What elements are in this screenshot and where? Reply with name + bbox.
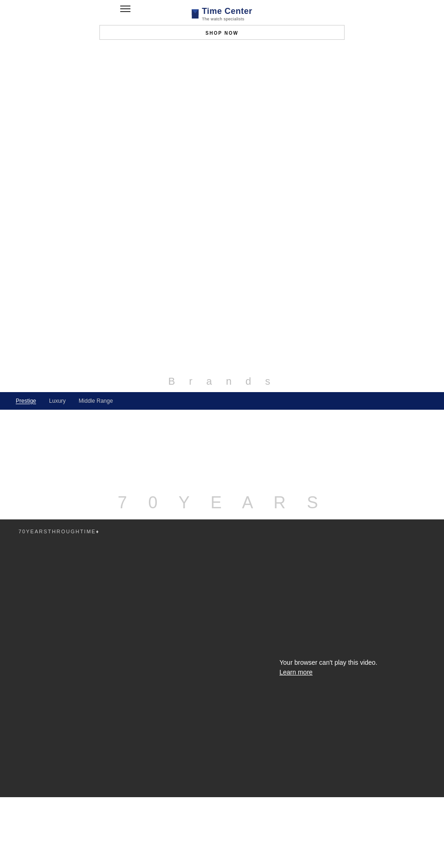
hero-area: [0, 42, 444, 366]
video-label: 70YEARSTHROUGHTIME♦: [18, 529, 99, 534]
header: Time Center The watch specialists SHOP N…: [0, 0, 444, 42]
middle-content-area: [0, 410, 444, 484]
video-learn-more-link[interactable]: Learn more: [279, 668, 313, 676]
logo-title: Time Center: [202, 6, 252, 17]
video-message-area: Your browser can't play this video. Lear…: [67, 659, 377, 676]
logo-text: Time Center The watch specialists: [202, 6, 252, 21]
brands-tab-luxury[interactable]: Luxury: [43, 396, 72, 406]
video-cant-play-text: Your browser can't play this video.: [279, 659, 377, 666]
video-placeholder: Your browser can't play this video. Lear…: [0, 519, 444, 797]
years-title: 7 0 Y E A R S: [0, 493, 444, 512]
hamburger-menu-button[interactable]: [120, 6, 130, 12]
brands-title: B r a n d s: [0, 375, 444, 387]
logo-area: Time Center The watch specialists: [191, 6, 252, 21]
years-section: 7 0 Y E A R S: [0, 484, 444, 519]
brands-section: B r a n d s: [0, 366, 444, 392]
shop-nav-bar: SHOP NOW: [99, 25, 345, 40]
brands-tab-prestige[interactable]: Prestige: [9, 396, 43, 406]
brands-tab-middle-range[interactable]: Middle Range: [72, 396, 119, 406]
shop-now-link[interactable]: SHOP NOW: [205, 31, 238, 36]
logo-flag-icon: [191, 9, 199, 19]
logo-subtitle: The watch specialists: [202, 17, 252, 21]
brands-tabs-bar: Prestige Luxury Middle Range: [0, 392, 444, 410]
video-section: 70YEARSTHROUGHTIME♦ Your browser can't p…: [0, 519, 444, 797]
